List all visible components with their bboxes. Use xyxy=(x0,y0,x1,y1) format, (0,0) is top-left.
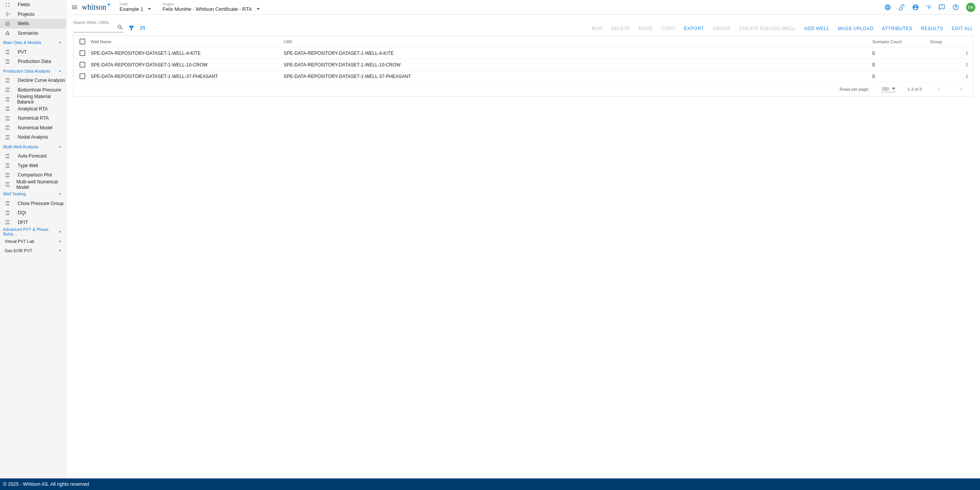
unit-toggle[interactable]: °F xyxy=(926,4,931,10)
sidebar-subgroup-header[interactable]: Virtual PVT Lab xyxy=(0,237,66,246)
pager-prev-icon[interactable] xyxy=(933,86,944,92)
sidebar-item[interactable]: Type Well xyxy=(0,161,66,171)
cell-uwi: SPE-DATA-REPOSITORY-DATASET-1-WELL-10-CR… xyxy=(284,62,872,68)
sidebar-item-label: Numerical Model xyxy=(18,125,52,131)
feedback-icon[interactable] xyxy=(938,4,945,11)
edit-all-button[interactable]: EDIT ALL xyxy=(952,26,973,32)
sidebar-group-header[interactable]: Well Testing xyxy=(0,189,66,199)
account-icon[interactable] xyxy=(912,4,919,11)
select-all-checkbox[interactable] xyxy=(80,39,85,44)
attributes-button[interactable]: ATTRIBUTES xyxy=(882,26,912,32)
sidebar-item-label: Wells xyxy=(18,21,29,26)
search-block: Search Wells / UWIs xyxy=(73,20,124,32)
export-button[interactable]: EXPORT xyxy=(684,26,704,32)
sidebar-item-label: PVT xyxy=(18,49,27,55)
sidebar-item[interactable]: Multi-well Numerical Model xyxy=(0,180,66,190)
sidebar-icon xyxy=(5,219,18,225)
sidebar-icon xyxy=(5,210,18,216)
mass-upload-button[interactable]: MASS UPLOAD xyxy=(838,26,873,32)
cell-scenario-count: 0 xyxy=(872,51,930,56)
sidebar-group-header[interactable]: Multi-Well Analysis xyxy=(0,142,66,152)
link-icon[interactable] xyxy=(898,4,905,11)
create-pseudo-well-button[interactable]: CREATE PSEUDO WELL xyxy=(739,26,796,32)
project-selector[interactable]: Project Felix Munthe - Whitson Certifica… xyxy=(162,2,259,12)
sidebar-item[interactable]: Numerical Model xyxy=(0,123,66,133)
logo-plus: + xyxy=(107,0,111,9)
results-button[interactable]: RESULTS xyxy=(921,26,943,32)
filter-icon[interactable] xyxy=(128,25,135,32)
col-uwi[interactable]: UWI xyxy=(284,39,872,44)
search-label: Search Wells / UWIs xyxy=(73,20,124,25)
col-well-name[interactable]: Well Name xyxy=(91,39,284,44)
logo[interactable]: whitson + xyxy=(82,3,111,12)
menu-toggle-icon[interactable] xyxy=(71,4,78,11)
row-menu-icon[interactable] xyxy=(961,51,973,56)
sidebar-item-scenarios[interactable]: Scenarios xyxy=(0,29,66,38)
field-selector[interactable]: Field Example 1 xyxy=(120,2,151,12)
svg-point-5 xyxy=(5,14,7,15)
search-input[interactable] xyxy=(73,25,124,32)
main-area: whitson + Field Example 1 Project Felix … xyxy=(66,0,980,490)
sidebar-item-label: Production Data xyxy=(18,59,51,64)
group-button[interactable]: GROUP xyxy=(713,26,731,32)
row-menu-icon[interactable] xyxy=(961,74,973,79)
sidebar-icon xyxy=(5,78,18,83)
sidebar-item[interactable]: PVT xyxy=(0,47,66,57)
sidebar-group-header[interactable]: Main Data & Models xyxy=(0,38,66,47)
sidebar-icon xyxy=(5,11,18,17)
sidebar-item[interactable]: DFIT xyxy=(0,218,66,227)
table-row[interactable]: SPE-DATA-REPOSITORY-DATASET-1-WELL-4-KIT… xyxy=(74,47,973,59)
rows-per-page-label: Rows per page: xyxy=(840,87,869,92)
pager-next-icon[interactable] xyxy=(956,86,966,92)
help-icon[interactable] xyxy=(952,4,959,11)
sidebar-item[interactable]: DQI xyxy=(0,208,66,218)
rows-per-page-value: 200 xyxy=(882,86,889,91)
sidebar-item-projects[interactable]: Projects xyxy=(0,10,66,19)
col-scenario-count[interactable]: Scenario Count xyxy=(872,39,930,44)
delete-button[interactable]: DELETE xyxy=(611,26,630,32)
row-checkbox[interactable] xyxy=(80,73,85,79)
sidebar-item-label: DQI xyxy=(18,210,26,215)
sidebar-item[interactable]: Nodal Analysis xyxy=(0,132,66,142)
sidebar-item-label: Decline Curve Analysis xyxy=(18,78,65,83)
svg-point-10 xyxy=(6,34,7,35)
sort-icon[interactable] xyxy=(139,25,146,32)
col-group[interactable]: Group xyxy=(930,39,961,44)
copy-button[interactable]: COPY xyxy=(662,26,675,32)
avatar[interactable]: FA xyxy=(966,3,975,12)
sidebar-item-fields[interactable]: Fields xyxy=(0,0,66,10)
sidebar-item-label: Fields xyxy=(18,2,30,7)
table-row[interactable]: SPE-DATA-REPOSITORY-DATASET-1-WELL-37-PH… xyxy=(74,71,973,82)
sidebar-item[interactable]: Chow Pressure Group xyxy=(0,199,66,209)
project-value: Felix Munthe - Whitson Certificate - RTA xyxy=(162,6,252,12)
add-well-button[interactable]: ADD WELL xyxy=(804,26,829,32)
sidebar-item-wells[interactable]: Wells xyxy=(0,19,66,29)
search-icon[interactable] xyxy=(117,24,124,31)
sidebar-item[interactable]: Numerical RTA xyxy=(0,114,66,123)
sidebar-item[interactable]: Production Data xyxy=(0,57,66,66)
sidebar-item-label: Chow Pressure Group xyxy=(18,201,64,206)
row-checkbox[interactable] xyxy=(80,62,85,68)
sidebar-subgroup-header[interactable]: Gas EOR PVT xyxy=(0,246,66,256)
sidebar-group-header[interactable]: Production Data Analysis xyxy=(0,66,66,76)
sidebar-item[interactable]: Analytical RTA xyxy=(0,104,66,114)
sidebar-item[interactable]: Decline Curve Analysis xyxy=(0,76,66,85)
sidebar-item-label: Flowing Material Balance xyxy=(17,94,66,105)
dropdown-icon xyxy=(892,88,895,90)
sidebar-item[interactable]: Bottomhole Pressure xyxy=(0,85,66,95)
sidebar-icon xyxy=(5,200,18,206)
sidebar-item[interactable]: Flowing Material Balance xyxy=(0,95,66,104)
sidebar-item[interactable]: Auto-Forecast xyxy=(0,151,66,161)
sidebar-icon xyxy=(5,30,18,36)
rows-per-page-select[interactable]: 200 xyxy=(881,86,895,92)
sidebar-item[interactable]: Comparison Plot xyxy=(0,170,66,180)
table-row[interactable]: SPE-DATA-REPOSITORY-DATASET-1-WELL-10-CR… xyxy=(74,59,973,71)
row-menu-icon[interactable] xyxy=(961,62,973,68)
run-button[interactable]: RUN xyxy=(592,26,603,32)
sidebar-item-label: Nodal Analysis xyxy=(18,134,48,140)
globe-icon[interactable] xyxy=(884,4,891,11)
sidebar-group-title: Multi-Well Analysis xyxy=(3,144,39,149)
row-checkbox[interactable] xyxy=(80,50,85,56)
move-button[interactable]: MOVE xyxy=(639,26,653,32)
sidebar-group-header[interactable]: Advanced PVT & Phase Beha… xyxy=(0,227,66,237)
